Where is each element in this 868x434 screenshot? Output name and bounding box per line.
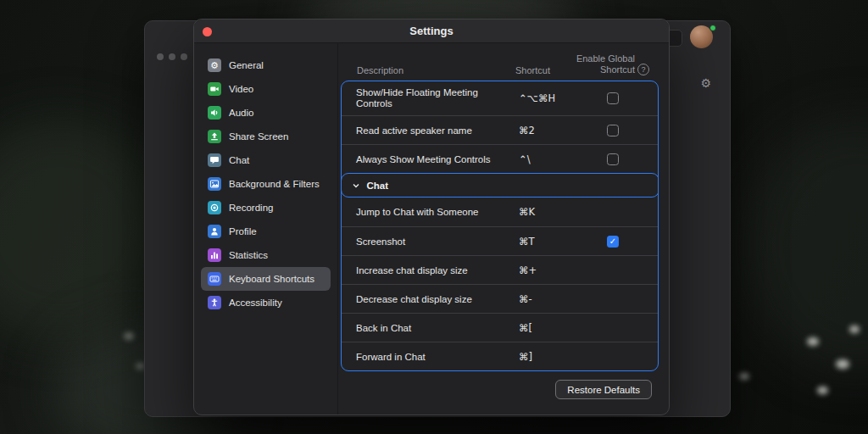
row-shortcut-value[interactable]: ⌘] bbox=[519, 351, 532, 363]
row-shortcut-value[interactable]: ⌘2 bbox=[519, 125, 535, 136]
row-shortcut-value[interactable]: ⌘- bbox=[519, 293, 532, 305]
status-indicator bbox=[709, 25, 716, 31]
row-shortcut-value[interactable]: ⌘[ bbox=[519, 322, 532, 334]
help-icon[interactable]: ? bbox=[637, 64, 649, 75]
video-camera-icon bbox=[208, 82, 221, 96]
global-shortcut-checkbox[interactable] bbox=[607, 125, 619, 136]
row-description: Decrease chat display size bbox=[356, 293, 504, 304]
shortcuts-panel: Description Shortcut Enable Global Short… bbox=[338, 43, 669, 415]
row-description: Increase chat display size bbox=[356, 264, 504, 275]
section-header-chat[interactable]: Chat bbox=[341, 173, 659, 198]
flower bbox=[739, 373, 749, 380]
chat-bubble-icon bbox=[208, 153, 221, 167]
sidebar-item-recording[interactable]: Recording bbox=[201, 196, 331, 220]
description-column-header: Description bbox=[357, 65, 403, 75]
sidebar-item-background-filters[interactable]: Background & Filters bbox=[201, 172, 331, 196]
enable-global-column-header: Enable Global Shortcut bbox=[564, 53, 635, 75]
sidebar-item-label: Background & Filters bbox=[229, 179, 320, 189]
sidebar-item-general[interactable]: ⚙General bbox=[201, 53, 331, 77]
close-button[interactable] bbox=[157, 53, 164, 60]
shortcuts-list: Show/Hide Floating Meeting Controls⌃⌥⌘HR… bbox=[341, 81, 659, 371]
speaker-icon bbox=[208, 106, 221, 120]
row-description: Always Show Meeting Controls bbox=[356, 153, 504, 164]
keyboard-icon bbox=[208, 272, 221, 286]
accessibility-icon bbox=[208, 296, 221, 309]
shortcut-row-forward-in-chat[interactable]: Forward in Chat⌘] bbox=[342, 342, 658, 370]
row-description: Back in Chat bbox=[356, 322, 504, 333]
sidebar-item-label: Audio bbox=[229, 108, 253, 118]
sidebar-item-label: Video bbox=[229, 84, 253, 94]
shortcut-row-increase-chat-display-size[interactable]: Increase chat display size⌘+ bbox=[342, 255, 658, 284]
row-shortcut-value[interactable]: ⌃\ bbox=[519, 153, 531, 165]
titlebar[interactable]: Settings bbox=[194, 19, 669, 43]
window-title: Settings bbox=[409, 25, 453, 37]
background-filters-icon bbox=[208, 177, 221, 191]
sidebar-item-label: General bbox=[229, 60, 264, 70]
sidebar-item-label: Share Screen bbox=[229, 131, 288, 142]
flower bbox=[807, 337, 819, 346]
global-shortcut-checkbox[interactable] bbox=[607, 92, 619, 104]
flower bbox=[124, 332, 134, 340]
restore-defaults-button[interactable]: Restore Defaults bbox=[555, 380, 652, 399]
sidebar-item-label: Chat bbox=[229, 155, 249, 165]
chevron-down-icon bbox=[352, 181, 360, 190]
shortcut-row-decrease-chat-display-size[interactable]: Decrease chat display size⌘- bbox=[342, 284, 658, 313]
sidebar-item-label: Profile bbox=[229, 226, 257, 236]
section-label: Chat bbox=[367, 181, 389, 191]
sidebar-item-accessibility[interactable]: Accessibility bbox=[201, 291, 331, 314]
sidebar-item-label: Statistics bbox=[229, 250, 268, 260]
global-shortcut-checkbox[interactable] bbox=[607, 153, 619, 165]
share-screen-icon bbox=[208, 130, 221, 143]
global-shortcut-checkbox[interactable]: ✓ bbox=[607, 236, 619, 248]
sidebar-item-chat[interactable]: Chat bbox=[201, 148, 331, 172]
flower bbox=[836, 359, 849, 369]
settings-sidebar: ⚙GeneralVideoAudioShare ScreenChatBackgr… bbox=[194, 43, 338, 415]
shortcut-column-header: Shortcut bbox=[515, 65, 550, 75]
row-shortcut-value[interactable]: ⌃⌥⌘H bbox=[519, 92, 555, 104]
shortcut-row-jump-to-chat-with-someone[interactable]: Jump to Chat with Someone⌘K bbox=[342, 198, 658, 226]
window-controls bbox=[157, 53, 187, 60]
bar-chart-icon bbox=[208, 248, 221, 262]
zoom-button[interactable] bbox=[181, 53, 187, 60]
sidebar-item-label: Recording bbox=[229, 203, 273, 213]
settings-gear-icon[interactable]: ⚙ bbox=[700, 77, 711, 89]
sidebar-item-label: Accessibility bbox=[229, 298, 282, 308]
settings-window: Settings ⚙GeneralVideoAudioShare ScreenC… bbox=[193, 19, 670, 415]
close-icon[interactable] bbox=[203, 27, 212, 36]
minimize-button[interactable] bbox=[169, 53, 175, 60]
sidebar-item-share-screen[interactable]: Share Screen bbox=[201, 125, 331, 148]
record-icon bbox=[208, 201, 221, 214]
sidebar-item-video[interactable]: Video bbox=[201, 77, 331, 101]
person-icon bbox=[208, 225, 221, 238]
sidebar-item-profile[interactable]: Profile bbox=[201, 220, 331, 243]
sidebar-item-statistics[interactable]: Statistics bbox=[201, 243, 331, 267]
gear-icon: ⚙ bbox=[208, 58, 221, 72]
row-description: Read active speaker name bbox=[356, 125, 504, 136]
row-description: Forward in Chat bbox=[356, 351, 504, 362]
background-foliage bbox=[746, 119, 868, 373]
shortcut-row-always-show-meeting-controls[interactable]: Always Show Meeting Controls⌃\ bbox=[342, 144, 658, 173]
flower bbox=[817, 387, 828, 394]
row-shortcut-value[interactable]: ⌘+ bbox=[519, 264, 537, 276]
shortcut-row-show-hide-floating-meeting-controls[interactable]: Show/Hide Floating Meeting Controls⌃⌥⌘H bbox=[342, 81, 658, 115]
row-shortcut-value[interactable]: ⌘K bbox=[519, 206, 535, 218]
row-description: Jump to Chat with Someone bbox=[356, 207, 504, 218]
row-description: Show/Hide Floating Meeting Controls bbox=[356, 87, 504, 109]
row-shortcut-value[interactable]: ⌘T bbox=[519, 236, 535, 248]
row-description: Screenshot bbox=[356, 236, 504, 247]
shortcut-row-read-active-speaker-name[interactable]: Read active speaker name⌘2 bbox=[342, 115, 658, 144]
sidebar-item-audio[interactable]: Audio bbox=[201, 101, 331, 125]
flower bbox=[849, 326, 860, 333]
sidebar-item-keyboard-shortcuts[interactable]: Keyboard Shortcuts bbox=[201, 267, 331, 291]
shortcut-row-back-in-chat[interactable]: Back in Chat⌘[ bbox=[342, 313, 658, 342]
shortcut-row-screenshot[interactable]: Screenshot⌘T✓ bbox=[342, 226, 658, 255]
sidebar-item-label: Keyboard Shortcuts bbox=[229, 274, 314, 284]
